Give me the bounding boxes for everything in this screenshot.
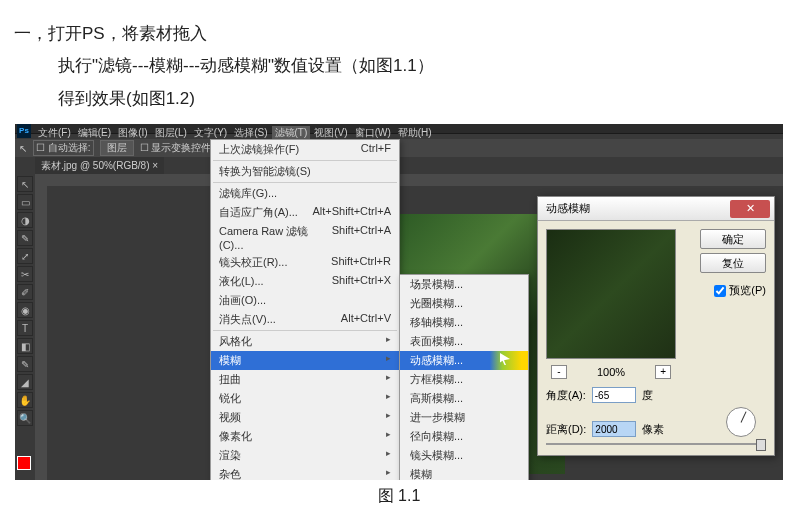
angle-unit: 度 [642,388,653,403]
tool-9[interactable]: ◧ [17,338,33,354]
menu-9[interactable]: 帮助(H) [395,126,435,140]
instruction-step-1: 一，打开PS，将素材拖入 [14,18,800,50]
menu-item[interactable]: 油画(O)... [211,291,399,310]
tool-11[interactable]: ◢ [17,374,33,390]
menu-item[interactable]: 滤镜库(G)... [211,184,399,203]
tool-10[interactable]: ✎ [17,356,33,372]
menu-item[interactable]: 杂色 [211,465,399,480]
tool-8[interactable]: T [17,320,33,336]
ruler-horizontal [35,174,783,186]
menu-1[interactable]: 编辑(E) [75,126,114,140]
toolbox: ↖▭◑✎⤢✂✐◉T◧✎◢✋🔍 [15,174,35,428]
tool-13[interactable]: 🔍 [17,410,33,426]
filter-menu[interactable]: 上次滤镜操作(F)Ctrl+F转换为智能滤镜(S)滤镜库(G)...自适应广角(… [210,139,400,480]
menu-4[interactable]: 文字(Y) [191,126,230,140]
preview-thumbnail [546,229,676,359]
menu-0[interactable]: 文件(F) [35,126,74,140]
angle-dial[interactable] [726,407,756,437]
ruler-vertical [35,186,47,480]
tool-6[interactable]: ✐ [17,284,33,300]
zoom-level: 100% [597,366,625,378]
tool-2[interactable]: ◑ [17,212,33,228]
distance-label: 距离(D): [546,422,586,437]
menu-item[interactable]: 扭曲 [211,370,399,389]
angle-label: 角度(A): [546,388,586,403]
instruction-step-3: 得到效果(如图1.2) [14,83,800,115]
menu-item[interactable]: 渲染 [211,446,399,465]
menu-5[interactable]: 选择(S) [231,126,270,140]
submenu-item[interactable]: 高斯模糊... [400,389,528,408]
menu-2[interactable]: 图像(I) [115,126,150,140]
auto-select-checkbox[interactable]: ☐ 自动选择: [33,140,94,156]
cancel-button[interactable]: 复位 [700,253,766,273]
ps-app-icon: Ps [17,124,31,138]
tool-7[interactable]: ◉ [17,302,33,318]
photoshop-window: Ps 文件(F)编辑(E)图像(I)图层(L)文字(Y)选择(S)滤镜(T)视图… [15,124,783,480]
blur-submenu[interactable]: 场景模糊...光圈模糊...移轴模糊...表面模糊...动感模糊...方框模糊.… [399,274,529,480]
menu-3[interactable]: 图层(L) [152,126,190,140]
tool-3[interactable]: ✎ [17,230,33,246]
menu-item[interactable]: Camera Raw 滤镜(C)...Shift+Ctrl+A [211,222,399,253]
tool-5[interactable]: ✂ [17,266,33,282]
preview-checkbox[interactable]: 预览(P) [714,283,766,298]
tool-0[interactable]: ↖ [17,176,33,192]
menu-7[interactable]: 视图(V) [311,126,350,140]
submenu-item[interactable]: 镜头模糊... [400,446,528,465]
dialog-title: 动感模糊 [546,201,590,216]
menubar[interactable]: 文件(F)编辑(E)图像(I)图层(L)文字(Y)选择(S)滤镜(T)视图(V)… [35,126,435,140]
submenu-item[interactable]: 径向模糊... [400,427,528,446]
zoom-out-button[interactable]: - [551,365,567,379]
submenu-item[interactable]: 进一步模糊 [400,408,528,427]
menu-item[interactable]: 锐化 [211,389,399,408]
submenu-item[interactable]: 场景模糊... [400,275,528,294]
close-button[interactable]: ✕ [730,200,770,218]
layer-dropdown[interactable]: 图层 [100,140,134,156]
submenu-item[interactable]: 方框模糊... [400,370,528,389]
instruction-step-2: 执行"滤镜---模糊---动感模糊"数值设置（如图1.1） [14,50,800,82]
submenu-item[interactable]: 动感模糊... [400,351,528,370]
menu-item[interactable]: 视频 [211,408,399,427]
menu-item[interactable]: 转换为智能滤镜(S) [211,162,399,181]
menu-6[interactable]: 滤镜(T) [272,126,311,140]
menu-item[interactable]: 消失点(V)...Alt+Ctrl+V [211,310,399,329]
submenu-item[interactable]: 模糊 [400,465,528,480]
show-transform-checkbox[interactable]: ☐ 显示变换控件 [140,141,212,155]
menu-item[interactable]: 风格化 [211,332,399,351]
move-tool-icon: ↖ [19,143,27,154]
submenu-item[interactable]: 表面模糊... [400,332,528,351]
distance-input[interactable] [592,421,636,437]
menu-item[interactable]: 上次滤镜操作(F)Ctrl+F [211,140,399,159]
menu-item[interactable]: 镜头校正(R)...Shift+Ctrl+R [211,253,399,272]
distance-unit: 像素 [642,422,664,437]
menu-item[interactable]: 自适应广角(A)...Alt+Shift+Ctrl+A [211,203,399,222]
submenu-item[interactable]: 光圈模糊... [400,294,528,313]
tool-4[interactable]: ⤢ [17,248,33,264]
tool-1[interactable]: ▭ [17,194,33,210]
foreground-color-swatch[interactable] [17,456,31,470]
zoom-in-button[interactable]: + [655,365,671,379]
menu-8[interactable]: 窗口(W) [352,126,394,140]
submenu-item[interactable]: 移轴模糊... [400,313,528,332]
ok-button[interactable]: 确定 [700,229,766,249]
menu-item[interactable]: 模糊 [211,351,399,370]
tool-12[interactable]: ✋ [17,392,33,408]
cursor-icon [500,353,510,365]
document-tab[interactable]: 素材.jpg @ 50%(RGB/8) × [35,157,164,175]
distance-slider[interactable] [546,443,766,445]
motion-blur-dialog: 动感模糊 ✕ 确定 复位 预览(P) - 100% + 角度(A): 度 [537,196,775,456]
menu-item[interactable]: 液化(L)...Shift+Ctrl+X [211,272,399,291]
figure-caption: 图 1.1 [15,486,783,507]
menu-item[interactable]: 像素化 [211,427,399,446]
angle-input[interactable] [592,387,636,403]
